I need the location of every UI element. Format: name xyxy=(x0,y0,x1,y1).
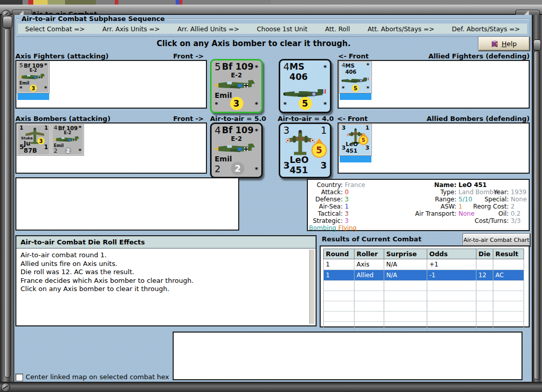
results-row[interactable]: 1 Axis N/A +1 xyxy=(324,259,524,270)
background-fragment xyxy=(179,0,182,5)
leo451-plane-icon xyxy=(285,129,315,157)
unit-counter-leo451-large[interactable]: 3 1 5 3 LeO 451 3 xyxy=(279,122,331,178)
rating-badge: 2 xyxy=(65,147,72,154)
background-fragment xyxy=(48,0,65,5)
frame-column xyxy=(534,51,540,380)
axis-front-label: Front -> xyxy=(173,52,204,60)
background-fragment xyxy=(0,0,23,5)
rating-badge: 2 xyxy=(231,162,244,175)
background-fragment xyxy=(65,0,96,5)
unit-counter-bf109-fighter-large[interactable]: 5 Bf 109 * E-2 Emil * 3 * xyxy=(210,59,263,113)
results-title: Results of Current Combat xyxy=(322,235,422,243)
selection-bar xyxy=(17,93,49,100)
die-roll-effects-text[interactable]: Air-to-air combat round 1. Allied units … xyxy=(17,250,309,324)
results-header-row: Round Roller Surprise Odds Die Result xyxy=(324,249,524,259)
results-row-selected[interactable]: 1 Allied N/A -1 12 AC xyxy=(324,270,524,281)
subphase-step: Arr. Allied Units => xyxy=(177,25,239,33)
die-roll-effects-title: Air-to-air Combat Die Roll Effects xyxy=(16,236,316,249)
rating-badge: 3 xyxy=(30,85,37,92)
subphase-groupbox-title: Air-to-air Combat Subphase Sequence xyxy=(19,15,167,23)
axis-fighters-holder: 5 Bf 109 * E-2 Emil * 3 * xyxy=(15,60,207,109)
title-bar[interactable]: Air-to-air Combat xyxy=(0,5,542,15)
frame-left-button[interactable] xyxy=(3,16,12,28)
unit-counter-ju87b-small[interactable]: 1 1 Stuka 3 5 Ju 87B 1 xyxy=(17,125,50,155)
unit-details-column-3: Year:1939 Special:None Reorg Cost:2 Oil:… xyxy=(462,189,527,224)
subphase-step: Choose 1st Unit xyxy=(257,25,307,33)
allied-fighters-label: Allied Fighters (defending) xyxy=(428,52,530,60)
unit-counter-leo451-small[interactable]: 3 1 5 3 LeO 451 3 xyxy=(340,125,371,155)
allied-bombers-holder: 3 1 5 3 LeO 451 3 xyxy=(338,122,530,174)
die-roll-effects-panel: Air-to-air Combat Die Roll Effects Air-t… xyxy=(15,235,317,326)
subphase-step: Select Combat => xyxy=(25,25,85,33)
bf109-plane-icon xyxy=(19,73,48,81)
bf109-plane-icon xyxy=(214,79,259,91)
results-panel: Round Roller Surprise Odds Die Result 1 … xyxy=(320,245,530,327)
die-roll-line: Click on any Axis bomber to clear it thr… xyxy=(20,285,309,294)
background-fragment xyxy=(115,0,118,5)
scrollbar[interactable] xyxy=(309,250,315,324)
rating-badge: 5 xyxy=(352,85,359,92)
bf109-plane-icon xyxy=(214,143,259,155)
rating-badge: 3 xyxy=(230,97,243,110)
frame-right-button[interactable] xyxy=(533,39,541,51)
air-to-air-combat-chart-button[interactable]: Air-to-air Combat Chart xyxy=(463,233,530,246)
help-button[interactable]: ? Help xyxy=(478,36,530,51)
window-frame-right xyxy=(532,15,542,382)
instruction-banner: Click on any Axis bomber to clear it thr… xyxy=(31,39,476,48)
bf109-plane-icon xyxy=(53,136,82,143)
results-table: Round Roller Surprise Odds Die Result 1 … xyxy=(323,249,524,332)
allied-bombers-label: Allied Bombers (defending) xyxy=(427,115,530,122)
frame-column xyxy=(4,28,11,378)
subphase-steps-bar: Select Combat => Arr. Axis Units => Arr.… xyxy=(18,24,527,34)
background-fragment xyxy=(176,0,179,5)
window-frame-bottom xyxy=(0,382,542,392)
help-book-icon: ? xyxy=(491,40,498,48)
unit-details-column-1: Country:France Attack:0 Defense:3 Air-Se… xyxy=(309,181,365,224)
die-roll-line: France decides which Axis bomber to clea… xyxy=(20,277,309,285)
unit-status-flags: Bombing Flying xyxy=(309,224,357,232)
subphase-step: Def. Aborts/Stays => xyxy=(452,25,520,33)
selection-bar xyxy=(340,156,371,162)
unit-counter-ms406-small[interactable]: 4 MS 406 * * 5 * xyxy=(340,62,371,93)
window-knob-icon xyxy=(1,383,10,392)
unit-details-panel: Country:France Attack:0 Defense:3 Air-Se… xyxy=(307,179,530,231)
background-fragment xyxy=(33,0,48,5)
bottom-message-box xyxy=(173,332,523,380)
axis-bombers-holder: 1 1 Stuka 3 5 Ju 87B 1 4 Bf 109 * E-2 Em… xyxy=(15,122,207,174)
axis-fighters-label: Axis Fighters (attacking) xyxy=(15,52,109,60)
allied-air-to-air-value: Air-to-air = 4.0 xyxy=(278,115,333,122)
unit-counter-bf109-fighter-small[interactable]: 5 Bf 109 * E-2 Emil * 3 * xyxy=(17,62,49,93)
ms406-plane-icon xyxy=(341,77,370,85)
window-frame-left xyxy=(0,15,14,382)
svg-text:?: ? xyxy=(495,42,497,46)
unit-counter-bf109-bomber-small[interactable]: 4 Bf 109 * E-2 Emil 2 2 * xyxy=(52,125,84,155)
allied-fighters-holder: 4 MS 406 * * 5 * xyxy=(338,60,530,109)
subphase-step: Att. Roll xyxy=(325,25,350,33)
empty-info-box xyxy=(15,177,239,231)
results-empty-row xyxy=(324,312,524,322)
axis-bombers-label: Axis Bombers (attacking) xyxy=(15,115,111,122)
die-roll-line: Die roll was 12. AC was the result. xyxy=(20,268,309,277)
results-empty-row xyxy=(324,301,524,312)
die-roll-line: Air-to-air combat round 1. xyxy=(20,251,309,260)
die-roll-line: Allied units fire on Axis units. xyxy=(20,260,309,269)
unit-counter-bf109-bomber-large[interactable]: 4 Bf 109 * E-2 Emil 2 2 * xyxy=(210,122,263,178)
results-empty-row xyxy=(324,322,524,332)
axis-air-to-air-value: Air-to-air = 5.0 xyxy=(210,115,266,122)
center-map-checkbox-label: Center linked map on selected combat hex xyxy=(26,373,169,381)
center-map-checkbox[interactable] xyxy=(15,374,23,381)
subphase-step: Att. Aborts/Stays => xyxy=(367,25,434,33)
help-button-label: Help xyxy=(502,40,517,48)
results-empty-row xyxy=(324,291,524,301)
results-empty-row xyxy=(324,281,524,291)
background-fragment xyxy=(28,0,33,5)
allied-front-label: <- Front xyxy=(337,115,368,122)
axis-front-label: Front -> xyxy=(173,115,204,122)
rating-badge: 5 xyxy=(299,97,312,110)
unit-counter-ms406-large[interactable]: 4 MS 406 * * 5 * xyxy=(279,59,331,113)
allied-front-label: <- Front xyxy=(338,52,369,60)
subphase-step: Arr. Axis Units => xyxy=(102,25,160,33)
selection-bar xyxy=(340,93,371,100)
